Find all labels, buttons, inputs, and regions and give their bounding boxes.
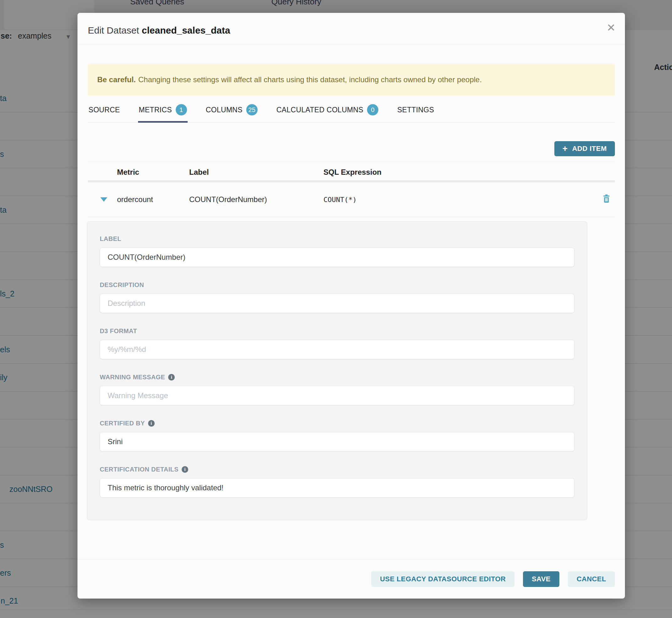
field-label: LABEL — [100, 235, 574, 267]
tab-calculated-columns[interactable]: CALCULATED COLUMNS0 — [276, 104, 379, 122]
warning-banner-bold: Be careful. — [97, 75, 136, 84]
metric-sql-cell: COUNT(*) — [323, 196, 602, 204]
trash-icon[interactable] — [602, 194, 610, 203]
dataset-editor-tabs: SOURCEMETRICS1COLUMNS25CALCULATED COLUMN… — [88, 104, 615, 123]
warning-banner: Be careful. Changing these settings will… — [88, 64, 615, 96]
modal-title: Edit Dataset cleaned_sales_data — [88, 25, 230, 36]
modal-footer: USE LEGACY DATASOURCE EDITOR SAVE CANCEL — [78, 559, 625, 599]
field-label-certified-by: CERTIFIED BY — [100, 420, 145, 427]
field-label-d3-format: D3 FORMAT — [100, 327, 137, 335]
metrics-table-body: ordercountCOUNT(OrderNumber)COUNT(*) — [88, 182, 615, 217]
field-certification-details: CERTIFICATION DETAILSi — [100, 466, 574, 498]
expand-caret-icon[interactable] — [100, 197, 107, 202]
cancel-button[interactable]: CANCEL — [568, 571, 615, 587]
tab-metrics[interactable]: METRICS1 — [138, 104, 188, 122]
tab-label: CALCULATED COLUMNS — [276, 106, 363, 114]
save-button[interactable]: SAVE — [523, 571, 559, 587]
modal-title-prefix: Edit Dataset — [88, 25, 139, 35]
metric-label-cell: COUNT(OrderNumber) — [189, 195, 323, 204]
warning-message-input[interactable] — [100, 386, 574, 405]
add-item-button[interactable]: + ADD ITEM — [554, 141, 615, 156]
field-certified-by: CERTIFIED BYi — [100, 420, 574, 451]
metric-row: ordercountCOUNT(OrderNumber)COUNT(*) — [88, 182, 615, 217]
tab-settings[interactable]: SETTINGS — [397, 104, 435, 122]
field-label-certification-details: CERTIFICATION DETAILS — [100, 466, 179, 473]
tab-label: COLUMNS — [206, 106, 243, 114]
column-header-label: Label — [189, 168, 323, 177]
field-description: DESCRIPTION — [100, 281, 574, 313]
modal-header: Edit Dataset cleaned_sales_data ✕ — [78, 13, 625, 44]
certification-details-input[interactable] — [100, 478, 574, 498]
field-d3-format: D3 FORMAT — [100, 327, 574, 359]
tab-count-badge: 25 — [246, 104, 258, 115]
column-header-sql-expression: SQL Expression — [323, 168, 602, 177]
metric-editor-panel: LABELDESCRIPTIOND3 FORMATWARNING MESSAGE… — [87, 221, 587, 520]
tab-source[interactable]: SOURCE — [88, 104, 120, 122]
add-item-label: ADD ITEM — [572, 144, 607, 153]
metric-name-cell: ordercount — [117, 195, 189, 204]
tab-count-badge: 1 — [176, 104, 187, 115]
warning-banner-text: Changing these settings will affect all … — [138, 75, 482, 84]
description-input[interactable] — [100, 294, 574, 313]
close-icon[interactable]: ✕ — [607, 22, 616, 33]
modal-title-dataset-name: cleaned_sales_data — [142, 25, 230, 35]
add-item-row: + ADD ITEM — [88, 141, 615, 156]
field-label-description: DESCRIPTION — [100, 281, 144, 289]
plus-icon: + — [563, 144, 568, 153]
field-label-label: LABEL — [100, 235, 121, 242]
use-legacy-datasource-editor-button[interactable]: USE LEGACY DATASOURCE EDITOR — [371, 571, 514, 587]
metrics-table-header: Metric Label SQL Expression — [88, 161, 615, 182]
d3-format-input[interactable] — [100, 340, 574, 359]
certified-by-input[interactable] — [100, 432, 574, 451]
info-icon: i — [182, 466, 188, 473]
label-input[interactable] — [100, 247, 574, 267]
column-header-metric: Metric — [117, 168, 189, 177]
tab-label: SETTINGS — [397, 106, 434, 114]
modal-content: Be careful. Changing these settings will… — [78, 44, 625, 559]
info-icon: i — [168, 374, 175, 381]
tab-count-badge: 0 — [367, 104, 378, 115]
tab-label: SOURCE — [88, 106, 120, 114]
tab-columns[interactable]: COLUMNS25 — [205, 104, 258, 122]
field-label-warning-message: WARNING MESSAGE — [100, 374, 165, 381]
edit-dataset-modal: Edit Dataset cleaned_sales_data ✕ Be car… — [78, 13, 625, 599]
field-warning-message: WARNING MESSAGEi — [100, 374, 574, 405]
tab-label: METRICS — [139, 106, 172, 114]
info-icon: i — [148, 420, 155, 427]
